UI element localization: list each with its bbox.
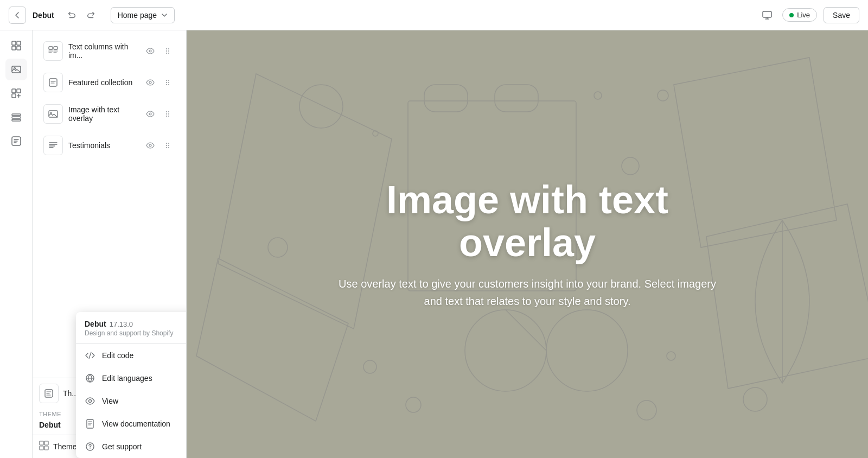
svg-rect-0 — [763, 11, 771, 17]
stack-icon — [11, 112, 22, 123]
svg-point-29 — [166, 84, 167, 85]
view-label: View — [102, 397, 118, 405]
view-icon — [85, 396, 95, 406]
eye-icon-4 — [146, 141, 155, 150]
svg-point-45 — [166, 147, 167, 148]
menu-item-view[interactable]: View — [76, 390, 187, 412]
redo-icon — [86, 10, 96, 20]
back-button[interactable] — [9, 7, 26, 24]
sidebar-item-testimonials[interactable]: Testimonials — [37, 130, 182, 161]
text-columns-actions — [143, 43, 175, 59]
canvas-area: Image with text overlay Use overlay text… — [187, 30, 868, 458]
svg-point-37 — [168, 113, 169, 114]
add-icon — [11, 88, 22, 99]
main-layout: Text columns with im... — [0, 30, 868, 458]
svg-rect-9 — [17, 89, 21, 93]
theme-actions-icon — [39, 441, 49, 453]
sidebar-item-image-overlay[interactable]: Image with text overlay — [37, 99, 182, 129]
svg-rect-64 — [495, 85, 538, 112]
sidebar-main-panel: Text columns with im... — [33, 30, 187, 458]
sidebar-icon-image[interactable] — [5, 59, 27, 80]
theme-customize-icon — [39, 384, 59, 403]
menu-item-edit-code[interactable]: Edit code — [76, 344, 187, 367]
testimonials-actions — [143, 138, 175, 153]
sidebar: Text columns with im... — [0, 30, 187, 458]
svg-rect-8 — [12, 94, 16, 98]
drag-icon-2 — [164, 79, 171, 86]
edit-code-label: Edit code — [102, 351, 133, 360]
svg-rect-11 — [12, 117, 21, 118]
svg-rect-1 — [12, 41, 16, 45]
text-columns-svg — [48, 46, 58, 56]
menu-item-get-support[interactable]: Get support — [76, 435, 187, 458]
sidebar-icon-layout[interactable] — [5, 35, 27, 56]
image-overlay-eye-button[interactable] — [143, 106, 158, 122]
edit-code-label-wrap: Edit code — [102, 351, 133, 360]
sidebar-item-featured-collection[interactable]: Featured collection — [37, 67, 182, 98]
theme-name-text: Debut — [39, 421, 61, 429]
sidebar-icon-stack[interactable] — [5, 106, 27, 128]
menu-item-view-docs[interactable]: View documentation — [76, 412, 187, 435]
text-columns-icon — [43, 41, 63, 61]
theme-dropdown-menu: Debut 17.13.0 Design and support by Shop… — [76, 312, 187, 458]
testimonials-icon — [43, 136, 63, 155]
svg-point-56 — [90, 448, 91, 449]
edit-languages-icon — [85, 373, 95, 384]
undo-icon — [67, 10, 76, 20]
svg-point-22 — [168, 53, 169, 54]
eye-view-icon — [85, 396, 95, 406]
doc-icon — [85, 419, 95, 429]
sidebar-item-text-columns[interactable]: Text columns with im... — [37, 36, 182, 66]
svg-point-16 — [149, 50, 151, 52]
image-overlay-actions — [143, 106, 175, 122]
svg-point-18 — [168, 48, 169, 49]
live-badge[interactable]: Live — [782, 8, 817, 22]
svg-point-21 — [166, 53, 167, 54]
featured-collection-eye-button[interactable] — [143, 75, 158, 90]
eye-icon-2 — [146, 78, 155, 87]
eye-icon-3 — [146, 110, 155, 118]
svg-rect-50 — [40, 446, 43, 450]
svg-point-17 — [166, 48, 167, 49]
dropdown-theme-info: Debut 17.13.0 Design and support by Shop… — [76, 312, 187, 344]
featured-collection-icon — [43, 73, 63, 92]
live-label: Live — [797, 11, 810, 19]
redo-button[interactable] — [82, 7, 100, 24]
svg-point-24 — [149, 81, 151, 84]
text-columns-drag-button[interactable] — [160, 43, 175, 59]
get-support-icon — [85, 441, 95, 452]
sidebar-icon-add[interactable] — [5, 82, 27, 104]
testimonials-eye-button[interactable] — [143, 138, 158, 153]
svg-point-75 — [743, 387, 767, 411]
menu-item-edit-languages[interactable]: Edit languages — [76, 367, 187, 390]
svg-point-35 — [168, 111, 169, 112]
svg-rect-7 — [12, 89, 16, 93]
save-button[interactable]: Save — [824, 7, 859, 23]
svg-point-79 — [594, 92, 602, 99]
svg-rect-2 — [17, 41, 21, 45]
svg-rect-63 — [424, 85, 468, 112]
featured-collection-drag-button[interactable] — [160, 75, 175, 90]
featured-collection-label: Featured collection — [68, 78, 137, 87]
back-icon — [13, 11, 22, 20]
get-support-label: Get support — [102, 442, 142, 451]
svg-rect-51 — [44, 446, 48, 450]
image-overlay-drag-button[interactable] — [160, 106, 175, 122]
testimonials-drag-button[interactable] — [160, 138, 175, 153]
undo-button[interactable] — [63, 7, 80, 24]
testimonials-label: Testimonials — [68, 141, 137, 150]
text-columns-eye-button[interactable] — [143, 43, 158, 59]
svg-point-40 — [149, 144, 151, 147]
featured-collection-svg — [48, 78, 58, 87]
svg-point-73 — [658, 90, 668, 101]
monitor-button[interactable] — [758, 7, 776, 24]
svg-rect-4 — [17, 46, 21, 50]
page-select[interactable]: Home page — [111, 7, 175, 23]
svg-point-20 — [168, 50, 169, 52]
sidebar-icon-theme[interactable] — [5, 130, 27, 152]
topbar-title: Debut — [33, 11, 54, 20]
layout-icon — [11, 40, 22, 51]
theme-icon — [11, 136, 22, 147]
svg-point-65 — [299, 85, 343, 128]
svg-point-80 — [667, 352, 675, 360]
